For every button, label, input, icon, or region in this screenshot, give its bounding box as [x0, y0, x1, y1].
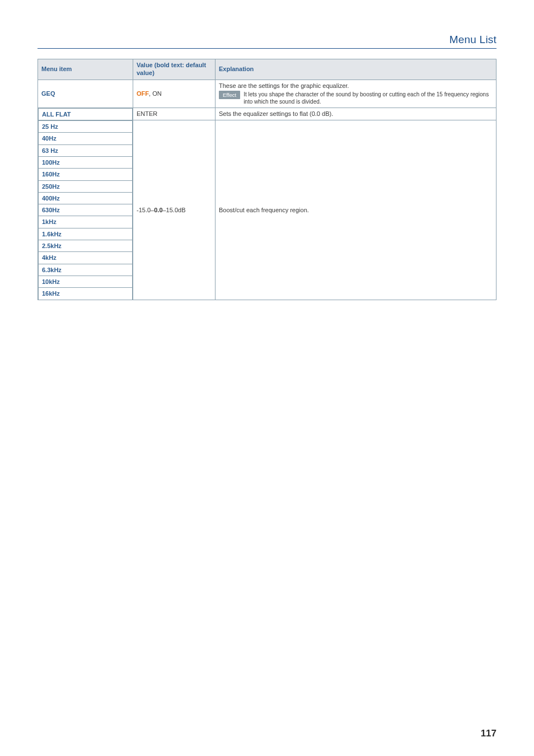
- col-header-menu-item: Menu item: [38, 59, 133, 80]
- menu-table: Menu item Value (bold text: default valu…: [38, 59, 496, 300]
- cell-allflat-label: ALL FLAT: [38, 108, 133, 120]
- page-header: Menu List: [38, 34, 496, 49]
- freq-label: 4kHz: [42, 254, 57, 261]
- header-title: Menu List: [449, 34, 496, 45]
- freq-label: 16kHz: [42, 290, 60, 297]
- freq-label: 1.6kHz: [42, 231, 62, 237]
- geq-expl-line1: These are the settings for the graphic e…: [219, 82, 493, 90]
- cell-allflat-value: ENTER: [133, 108, 216, 120]
- row-frequencies: 25 Hz 40Hz 63 Hz 100Hz 160Hz 250Hz 400Hz…: [38, 120, 496, 300]
- allflat-value: ENTER: [137, 110, 157, 117]
- col-header-value: Value (bold text: default value): [133, 59, 216, 80]
- cell-allflat-explanation: Sets the equalizer settings to flat (0.0…: [216, 108, 496, 120]
- geq-value-default: OFF: [137, 90, 149, 97]
- freq-label: 6.3kHz: [42, 267, 62, 273]
- allflat-label: ALL FLAT: [42, 111, 71, 118]
- table-header-row: Menu item Value (bold text: default valu…: [38, 59, 496, 80]
- freq-label: 630Hz: [42, 207, 60, 213]
- freq-label: 10kHz: [42, 278, 60, 285]
- freq-label: 1kHz: [42, 218, 57, 225]
- cell-geq-value: OFF, ON: [133, 80, 216, 108]
- cell-geq-label: GEQ: [38, 80, 133, 108]
- page: Menu List Menu item Value (bold text: de…: [0, 0, 534, 756]
- freq-label: 160Hz: [42, 171, 60, 178]
- freq-label: 250Hz: [42, 183, 60, 190]
- cell-freq-value: -15.0–0.0–15.0dB: [133, 120, 216, 300]
- freq-label: 63 Hz: [42, 147, 58, 154]
- geq-label: GEQ: [41, 90, 55, 97]
- effect-badge: Effect: [219, 91, 240, 99]
- geq-value-other: ON: [152, 90, 162, 97]
- cell-freq-explanation: Boost/cut each frequency region.: [216, 120, 496, 300]
- effect-text: It lets you shape the character of the s…: [243, 91, 493, 106]
- geq-effect-row: Effect It lets you shape the character o…: [219, 91, 493, 106]
- freq-label: 400Hz: [42, 195, 60, 202]
- freq-value-pre: -15.0–: [137, 207, 154, 213]
- page-number: 117: [481, 728, 496, 739]
- freq-value-post: –15.0dB: [163, 207, 186, 213]
- freq-label: 100Hz: [42, 159, 60, 166]
- row-geq: GEQ OFF, ON These are the settings for t…: [38, 80, 496, 108]
- freq-label: 2.5kHz: [42, 242, 62, 249]
- cell-freq-labels: 25 Hz 40Hz 63 Hz 100Hz 160Hz 250Hz 400Hz…: [38, 120, 133, 300]
- cell-geq-explanation: These are the settings for the graphic e…: [216, 80, 496, 108]
- col-header-explanation: Explanation: [216, 59, 496, 80]
- row-all-flat: ALL FLAT ENTER Sets the equalizer settin…: [38, 108, 496, 120]
- allflat-explanation: Sets the equalizer settings to flat (0.0…: [219, 110, 333, 117]
- freq-explanation: Boost/cut each frequency region.: [219, 207, 309, 213]
- freq-label: 25 Hz: [42, 123, 58, 130]
- freq-label-list: 25 Hz 40Hz 63 Hz 100Hz 160Hz 250Hz 400Hz…: [38, 120, 133, 299]
- freq-label: 40Hz: [42, 135, 57, 142]
- freq-value-default: 0.0: [154, 207, 162, 213]
